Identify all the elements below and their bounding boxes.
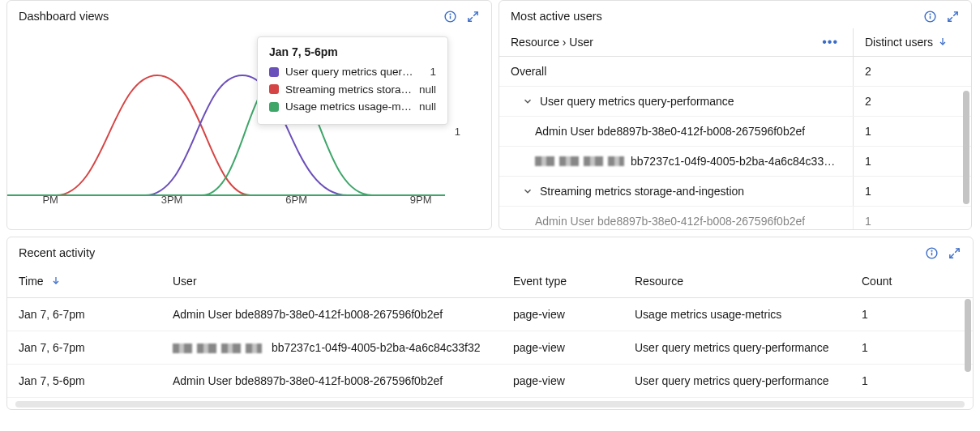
sort-desc-icon[interactable] [51, 275, 61, 288]
cell-time: Jan 7, 6-7pm [7, 331, 161, 365]
info-icon[interactable] [922, 9, 937, 23]
expand-icon[interactable] [465, 9, 480, 23]
cell-event: page-view [502, 365, 623, 398]
svg-point-9 [931, 250, 932, 251]
x-axis: PM 3PM 6PM 9PM [7, 194, 491, 206]
vertical-scrollbar[interactable] [963, 91, 969, 204]
x-tick: 3PM [161, 194, 183, 206]
column-header-distinct-users[interactable]: Distinct users [853, 28, 971, 56]
info-icon[interactable] [443, 9, 457, 23]
svg-point-2 [450, 14, 451, 15]
column-header-user[interactable]: User [161, 265, 502, 298]
swatch-icon [269, 67, 279, 77]
cell-time: Jan 7, 6-7pm [7, 298, 161, 331]
recent-activity-title: Recent activity [19, 246, 95, 259]
chevron-down-icon[interactable] [522, 96, 533, 107]
recent-activity-table: Time User Event type Resource Count Jan … [7, 265, 973, 398]
table-row[interactable]: Jan 7, 5-6pm Admin User bde8897b-38e0-41… [7, 365, 973, 398]
row-label: Overall [511, 65, 546, 78]
x-tick: 6PM [285, 194, 307, 206]
column-menu-icon[interactable]: ••• [819, 35, 841, 49]
column-header-resource[interactable]: Resource [623, 265, 850, 298]
tooltip-title: Jan 7, 5-6pm [269, 45, 436, 58]
cell-user: Admin User bde8897b-38e0-412f-b008-26759… [161, 298, 502, 331]
cell-count: 1 [850, 365, 973, 398]
y-tick: 1 [455, 126, 460, 138]
table-row[interactable]: User query metrics query-performance 2 [499, 87, 971, 117]
table-row[interactable]: Jan 7, 6-7pm bb7237c1-04f9-4005-b2ba-4a6… [7, 331, 973, 365]
table-row[interactable]: Admin User bde8897b-38e0-412f-b008-26759… [499, 117, 971, 147]
swatch-icon [269, 84, 279, 94]
x-tick: 9PM [410, 194, 432, 206]
cell-resource: Usage metrics usage-metrics [623, 298, 850, 331]
most-active-users-title: Most active users [511, 10, 602, 23]
tooltip-series-label: User query metrics quer… [285, 63, 423, 81]
table-row[interactable]: Admin User bde8897b-38e0-412f-b008-26759… [499, 207, 971, 229]
table-row[interactable]: bb7237c1-04f9-4005-b2ba-4a6c84c33… 1 [499, 147, 971, 177]
info-icon[interactable] [924, 245, 939, 260]
active-users-table[interactable]: Overall 2 User query metrics query-perfo… [499, 57, 971, 229]
dashboard-views-panel: Dashboard views 1 [6, 0, 492, 230]
cell-resource: User query metrics query-performance [623, 365, 850, 398]
column-header-time[interactable]: Time [7, 265, 161, 298]
tooltip-series-value: null [419, 98, 436, 116]
row-label: Admin User bde8897b-38e0-412f-b008-26759… [535, 125, 805, 138]
row-label: bb7237c1-04f9-4005-b2ba-4a6c84c33… [631, 155, 835, 168]
tooltip-series-value: null [419, 81, 436, 99]
dashboard-views-chart[interactable]: 1 PM 3PM 6PM 9PM Jan 7, 5-6pm User query… [7, 28, 491, 219]
cell-time: Jan 7, 5-6pm [7, 365, 161, 398]
row-value: 2 [853, 57, 971, 86]
column-header-resource-user[interactable]: Resource › User ••• [499, 28, 853, 56]
table-row[interactable]: Overall 2 [499, 57, 971, 87]
sort-desc-icon[interactable] [938, 36, 948, 49]
cell-user: Admin User bde8897b-38e0-412f-b008-26759… [161, 365, 502, 398]
table-row[interactable]: Streaming metrics storage-and-ingestion … [499, 177, 971, 207]
row-label: Streaming metrics storage-and-ingestion [540, 185, 744, 198]
row-value: 1 [853, 147, 971, 176]
dashboard-views-title: Dashboard views [19, 10, 109, 23]
x-tick: PM [42, 194, 58, 206]
column-header-count[interactable]: Count [850, 265, 973, 298]
recent-activity-panel: Recent activity Time User [6, 237, 974, 410]
tooltip-series-label: Streaming metrics stora… [285, 81, 413, 99]
table-row[interactable]: Jan 7, 6-7pm Admin User bde8897b-38e0-41… [7, 298, 973, 331]
row-value: 2 [853, 87, 971, 116]
cell-user: bb7237c1-04f9-4005-b2ba-4a6c84c33f32 [161, 331, 502, 365]
row-label: User query metrics query-performance [540, 95, 734, 108]
tooltip-series-value: 1 [430, 63, 436, 81]
swatch-icon [269, 102, 279, 112]
row-label: Admin User bde8897b-38e0-412f-b008-26759… [535, 215, 805, 228]
chart-tooltip: Jan 7, 5-6pm User query metrics quer… 1 … [257, 36, 448, 125]
redacted-user [535, 156, 624, 166]
vertical-scrollbar[interactable] [965, 299, 971, 372]
cell-count: 1 [850, 331, 973, 365]
tooltip-series-label: Usage metrics usage-m… [285, 98, 413, 116]
horizontal-scrollbar[interactable] [15, 401, 965, 408]
chevron-down-icon[interactable] [522, 186, 533, 197]
most-active-users-panel: Most active users Resource › User ••• Di… [499, 0, 972, 230]
column-header-event-type[interactable]: Event type [502, 265, 623, 298]
row-value: 1 [853, 117, 971, 146]
expand-icon[interactable] [945, 9, 960, 23]
svg-point-6 [930, 14, 931, 15]
cell-count: 1 [850, 298, 973, 331]
redacted-user [173, 344, 262, 353]
row-value: 1 [853, 207, 971, 229]
row-value: 1 [853, 177, 971, 206]
cell-resource: User query metrics query-performance [623, 331, 850, 365]
expand-icon[interactable] [947, 245, 961, 260]
cell-event: page-view [502, 298, 623, 331]
cell-event: page-view [502, 331, 623, 365]
